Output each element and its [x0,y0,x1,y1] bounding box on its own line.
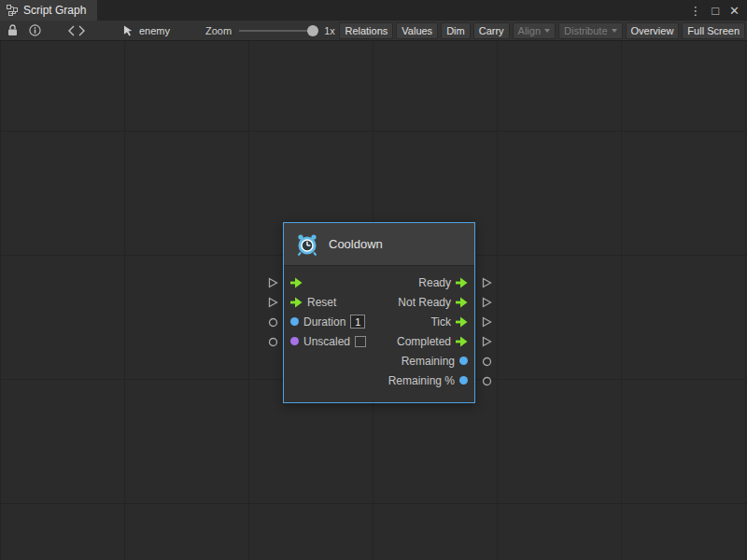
graph-name: enemy [139,25,170,36]
port-label-duration: Duration [303,315,345,329]
port-label-remaining: Remaining [402,355,455,368]
external-flow-output-not-ready[interactable] [481,297,492,308]
close-icon[interactable]: ✕ [729,4,740,18]
script-graph-window: Script Graph ⋮ □ ✕ [0,0,747,560]
dim-button[interactable]: Dim [441,22,471,39]
node-body: Ready Reset [284,266,474,402]
graph-canvas[interactable]: Cooldown Ready [0,41,747,560]
port-label-unscaled: Unscaled [303,335,350,348]
graph-toolbar: enemy Zoom 1x Relations Values Dim Carry… [0,21,747,41]
port-row: Reset Not Ready [284,292,474,312]
chevron-down-icon [544,29,550,33]
external-flow-output-completed[interactable] [481,336,492,347]
flow-output-not-ready-icon[interactable] [456,297,468,308]
port-label-completed: Completed [397,335,451,348]
node-header[interactable]: Cooldown [284,223,474,266]
port-label-ready: Ready [418,276,451,289]
value-output-remaining-icon[interactable] [459,357,468,365]
lock-icon[interactable] [7,24,18,36]
port-row: Unscaled Completed [284,331,474,351]
external-flow-output-tick[interactable] [481,316,492,328]
distribute-label: Distribute [564,25,607,36]
title-bar: Script Graph ⋮ □ ✕ [0,0,747,21]
cursor-icon [123,24,134,36]
code-icon[interactable] [67,25,86,36]
full-screen-button[interactable]: Full Screen [682,22,745,39]
port-row: Remaining [284,351,474,371]
info-icon[interactable] [29,24,41,36]
chevron-down-icon [612,29,617,33]
flow-output-tick-icon[interactable] [456,316,468,328]
value-input-unscaled-icon[interactable] [290,337,299,345]
script-graph-icon [7,5,18,16]
toolbar-button-group: Relations Values Dim Carry Align Distrib… [339,22,747,39]
zoom-slider[interactable] [239,24,318,37]
port-label-tick: Tick [430,315,451,329]
flow-output-completed-icon[interactable] [456,336,468,347]
carry-button[interactable]: Carry [473,22,510,39]
flow-input-reset-icon[interactable] [290,297,303,308]
external-flow-output-ready[interactable] [481,277,492,288]
zoom-label: Zoom [205,25,232,36]
unscaled-checkbox[interactable] [355,336,366,347]
port-label-reset: Reset [307,296,336,309]
graph-breadcrumb[interactable]: enemy [123,24,170,36]
relations-button[interactable]: Relations [339,22,393,39]
port-row: Remaining % [284,371,474,390]
external-value-output-remaining-percent[interactable] [481,375,492,386]
external-value-input-duration[interactable] [267,316,278,328]
external-value-input-unscaled[interactable] [267,336,278,347]
alarm-clock-icon [295,232,319,257]
value-input-duration-icon[interactable] [290,317,299,326]
tab-title: Script Graph [23,4,86,17]
align-label: Align [518,25,541,36]
flow-output-ready-icon[interactable] [456,277,468,288]
zoom-slider-handle[interactable] [307,25,318,36]
node-title: Cooldown [329,237,383,251]
zoom-value: 1x [324,25,335,36]
port-label-not-ready: Not Ready [398,296,451,309]
overview-button[interactable]: Overview [626,22,680,39]
kebab-menu-icon[interactable]: ⋮ [689,4,701,18]
distribute-dropdown: Distribute [558,22,622,39]
duration-field[interactable] [350,315,365,329]
flow-input-enter-icon[interactable] [290,277,303,288]
port-row: Ready [284,273,474,292]
align-dropdown: Align [513,22,556,39]
maximize-icon[interactable]: □ [712,4,719,18]
external-flow-input-reset[interactable] [267,297,278,308]
external-flow-input-enter[interactable] [267,277,278,288]
values-button[interactable]: Values [396,22,438,39]
port-row: Duration Tick [284,312,474,331]
port-label-remaining-percent: Remaining % [388,374,455,387]
value-output-remaining-percent-icon[interactable] [459,376,468,385]
tab-script-graph[interactable]: Script Graph [0,0,97,21]
window-controls: ⋮ □ ✕ [689,0,747,21]
cooldown-node[interactable]: Cooldown Ready [283,222,475,403]
external-value-output-remaining[interactable] [481,356,492,367]
